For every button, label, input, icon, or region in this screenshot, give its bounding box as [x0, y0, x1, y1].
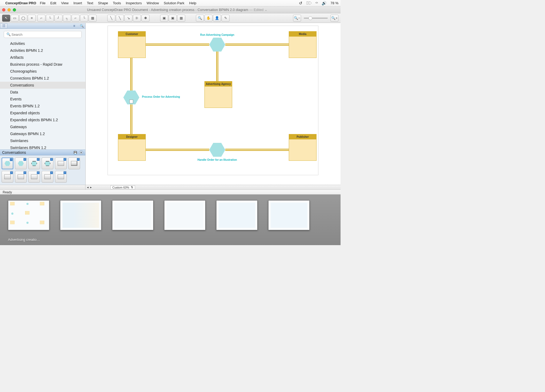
bluetooth-icon[interactable]: ⌦	[306, 1, 312, 6]
connector-tool-4[interactable]: ┐	[63, 15, 71, 22]
shape-pool-3[interactable]: ✓	[28, 171, 40, 183]
template-thumb-3[interactable]	[112, 200, 153, 230]
zoom-window-button[interactable]	[13, 8, 16, 11]
line-tool-2[interactable]: ╲	[116, 15, 124, 22]
lib-gateways-12[interactable]: Gateways BPMN 1.2	[0, 130, 85, 137]
distribute-h-tool[interactable]: ⊪	[133, 15, 141, 22]
lib-activities-12[interactable]: Activities BPMN 1.2	[0, 47, 85, 54]
shape-participant-1[interactable]: ✓	[55, 158, 67, 169]
menu-view[interactable]: View	[61, 1, 69, 5]
template-thumb-5[interactable]	[216, 200, 258, 230]
shape-pool-5[interactable]: ✓	[55, 171, 67, 183]
library-search-input[interactable]	[4, 31, 82, 38]
lib-expanded-12[interactable]: Expanded objects BPMN 1.2	[0, 116, 85, 123]
menu-help[interactable]: Help	[189, 1, 196, 5]
participant-customer[interactable]: Customer	[118, 31, 146, 58]
connector-tool-2[interactable]: └	[46, 15, 54, 22]
select-tool[interactable]: ↖	[2, 15, 10, 22]
zoom-in-button[interactable]: 🔍+	[330, 15, 338, 22]
lib-events[interactable]: Events	[0, 96, 85, 103]
group-tool[interactable]: ▣	[160, 15, 168, 22]
shape-pool-2[interactable]: ✓	[15, 171, 27, 183]
participant-designer[interactable]: Designer	[118, 134, 146, 161]
lib-expanded[interactable]: Expanded objects	[0, 109, 85, 116]
zoom-select[interactable]: Custom 63% ⇅	[110, 185, 135, 189]
shape-call-sub-conversation[interactable]: ✓	[42, 158, 53, 169]
shape-panel-save-button[interactable]: 💾	[73, 150, 77, 155]
connector-tool-1[interactable]: ⌐	[37, 15, 45, 22]
zoom-slider[interactable]	[304, 18, 328, 19]
lib-activities[interactable]: Activities	[0, 40, 85, 47]
library-tree-tab[interactable]: ☷	[0, 23, 7, 29]
shape-pool-4[interactable]: ✓	[42, 171, 53, 183]
eyedropper-tool[interactable]: ✎	[222, 15, 230, 22]
connector-tool-3[interactable]: ┘	[54, 15, 62, 22]
participant-publisher[interactable]: Publisher	[289, 134, 317, 161]
menu-file[interactable]: File	[40, 1, 46, 5]
conversation-run-campaign[interactable]	[209, 38, 225, 52]
shape-sub-conversation[interactable]: ✓	[15, 158, 27, 169]
volume-icon[interactable]: 🔊	[322, 1, 327, 6]
lib-swimlanes[interactable]: Swimlanes	[0, 137, 85, 144]
zoom-out-button[interactable]: 🔍−	[293, 15, 301, 22]
document-edited-indicator[interactable]: — Edited ⌄	[249, 8, 267, 12]
participant-media[interactable]: Media	[289, 31, 317, 58]
lib-rapid-draw[interactable]: Business process - Rapid Draw	[0, 61, 85, 68]
zoom-tool[interactable]: 🔍	[196, 15, 204, 22]
zoom-stepper-icon[interactable]: ⇅	[131, 186, 133, 189]
user-tool[interactable]: 👤	[213, 15, 221, 22]
pan-tool[interactable]: ✋	[204, 15, 212, 22]
arrange-tool[interactable]: ▦	[177, 15, 185, 22]
menu-text[interactable]: Text	[87, 1, 93, 5]
lib-gateways[interactable]: Gateways	[0, 123, 85, 130]
app-name[interactable]: ConceptDraw PRO	[5, 1, 36, 5]
lib-swimlanes-12[interactable]: Swimlanes BPMN 1.2	[0, 144, 85, 150]
participant-agency[interactable]: Advertising Agency	[204, 81, 232, 108]
page-nav-next[interactable]: ▸	[90, 186, 92, 189]
minimize-window-button[interactable]	[7, 8, 11, 11]
wifi-icon[interactable]: ⌔	[315, 1, 318, 5]
line-tool-1[interactable]: ╲	[107, 15, 115, 22]
text-tool[interactable]: ≡	[28, 15, 36, 22]
template-thumb-1[interactable]	[8, 200, 49, 230]
lib-choreographies[interactable]: Choreographies	[0, 68, 85, 75]
shape-pool-1[interactable]: ✓	[2, 171, 13, 183]
page-nav-prev[interactable]: ◂	[87, 186, 89, 189]
menu-window[interactable]: Window	[147, 1, 159, 5]
library-list-tab[interactable]: ≡	[70, 23, 78, 29]
shape-participant-2[interactable]: ✓	[68, 158, 80, 169]
lib-connections-12[interactable]: Connections BPMN 1.2	[0, 75, 85, 82]
template-thumb-4[interactable]	[164, 200, 206, 230]
connector-tool-5[interactable]: ⌐	[72, 15, 80, 22]
lib-events-12[interactable]: Events BPMN 1.2	[0, 103, 85, 109]
menu-edit[interactable]: Edit	[50, 1, 56, 5]
rectangle-tool[interactable]: ▭	[11, 15, 19, 22]
history-icon[interactable]: ↺	[299, 1, 302, 6]
menu-tools[interactable]: Tools	[113, 1, 121, 5]
connector-tool-6[interactable]: └	[80, 15, 88, 22]
template-gallery[interactable]: Advertising creatio…	[0, 194, 341, 245]
conversation-process-order[interactable]	[123, 91, 139, 104]
nodes-tool[interactable]: ✱	[141, 15, 149, 22]
library-list[interactable]: Activities Activities BPMN 1.2 Artifacts…	[0, 40, 85, 150]
shape-panel-close-button[interactable]: ✕	[79, 150, 83, 155]
menu-insert[interactable]: Insert	[73, 1, 82, 5]
menu-shape[interactable]: Shape	[98, 1, 108, 5]
library-search-tab[interactable]: 🔍	[78, 23, 85, 29]
line-tool-3[interactable]: ↘	[124, 15, 132, 22]
lib-conversations[interactable]: Conversations	[0, 82, 85, 89]
template-thumb-2[interactable]	[60, 200, 101, 230]
menu-inspectors[interactable]: Inspectors	[126, 1, 142, 5]
conversation-handle-order[interactable]	[209, 143, 225, 157]
lib-data[interactable]: Data	[0, 89, 85, 96]
template-thumb-6[interactable]	[268, 200, 310, 230]
shape-conversation[interactable]: ✓	[2, 158, 13, 169]
ellipse-tool[interactable]: ◯	[19, 15, 27, 22]
shape-call-conversation[interactable]: ✓	[28, 158, 40, 169]
close-window-button[interactable]	[2, 8, 5, 11]
canvas[interactable]: Customer Media Advertising Agency Design…	[85, 23, 341, 185]
table-tool[interactable]: ▦	[89, 15, 97, 22]
lib-artifacts[interactable]: Artifacts	[0, 54, 85, 61]
ungroup-tool[interactable]: ▣	[169, 15, 177, 22]
menu-solution-park[interactable]: Solution Park	[164, 1, 184, 5]
